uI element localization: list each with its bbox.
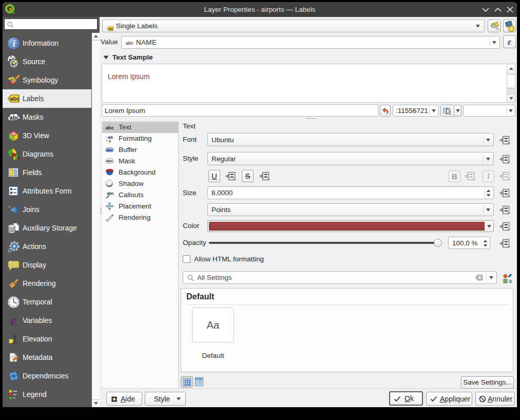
svg-text:<: < bbox=[106, 139, 108, 142]
svg-text:a: a bbox=[509, 278, 512, 283]
svg-text:abc: abc bbox=[107, 191, 114, 196]
svg-text:abc: abc bbox=[105, 125, 113, 130]
svg-text:abc: abc bbox=[109, 28, 113, 30]
svg-text:abc: abc bbox=[126, 41, 133, 46]
svg-text:c: c bbox=[109, 139, 111, 143]
svg-text:abc: abc bbox=[106, 159, 113, 163]
svg-text:abc: abc bbox=[106, 148, 113, 152]
